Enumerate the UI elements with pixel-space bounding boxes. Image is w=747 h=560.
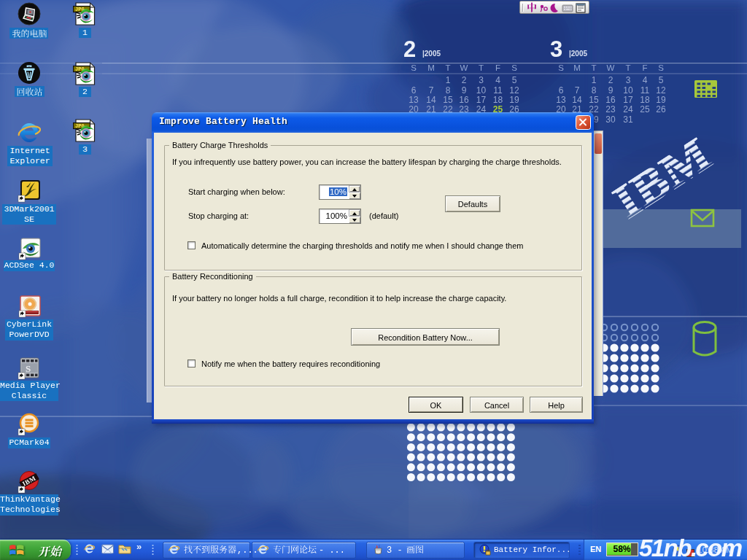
svg-text:F: F — [642, 63, 647, 72]
svg-text:24: 24 — [623, 104, 633, 114]
svg-text:S: S — [558, 63, 564, 72]
svg-text:5: 5 — [512, 75, 517, 85]
svg-text:31: 31 — [623, 114, 633, 125]
svg-text:19: 19 — [656, 95, 666, 105]
svg-text:17: 17 — [623, 95, 633, 105]
svg-text:15: 15 — [443, 95, 453, 105]
svg-text:M: M — [573, 63, 581, 72]
svg-text:M: M — [427, 63, 435, 72]
svg-text:3: 3 — [550, 36, 562, 62]
svg-text:6: 6 — [411, 85, 417, 96]
svg-text:13: 13 — [556, 95, 566, 105]
svg-text:17: 17 — [476, 95, 487, 105]
svg-text:W: W — [607, 63, 615, 72]
svg-text:T: T — [591, 63, 596, 72]
svg-text:1: 1 — [592, 75, 597, 85]
svg-text:7: 7 — [575, 85, 580, 96]
svg-text:30: 30 — [605, 114, 616, 125]
svg-text:14: 14 — [426, 95, 436, 105]
svg-text:|2005: |2005 — [569, 50, 587, 58]
svg-text:S: S — [411, 63, 417, 72]
svg-text:10: 10 — [623, 85, 633, 96]
svg-text:T: T — [479, 63, 484, 72]
svg-text:12: 12 — [656, 85, 666, 96]
svg-text:S: S — [26, 363, 31, 374]
svg-text:|2005: |2005 — [422, 50, 441, 58]
svg-text:2: 2 — [608, 75, 614, 85]
svg-text:S: S — [658, 63, 664, 72]
svg-text:12: 12 — [509, 85, 519, 96]
svg-text:4: 4 — [495, 75, 500, 85]
svg-text:16: 16 — [459, 95, 469, 105]
svg-text:13: 13 — [409, 95, 419, 105]
svg-text:25: 25 — [640, 104, 650, 114]
svg-text:9: 9 — [462, 85, 467, 96]
svg-text:8: 8 — [446, 85, 451, 96]
svg-text:8: 8 — [592, 85, 597, 96]
svg-text:F: F — [495, 63, 500, 72]
svg-text:2: 2 — [462, 75, 467, 85]
svg-text:5: 5 — [659, 75, 664, 85]
svg-text:19: 19 — [509, 95, 519, 105]
svg-text:18: 18 — [493, 95, 503, 105]
svg-text:W: W — [460, 63, 468, 72]
svg-text:10: 10 — [476, 85, 487, 96]
svg-text:1: 1 — [446, 75, 451, 85]
svg-text:7: 7 — [429, 85, 434, 96]
svg-text:16: 16 — [605, 95, 616, 105]
svg-text:23: 23 — [605, 104, 616, 114]
svg-text:15: 15 — [589, 95, 599, 105]
svg-text:3: 3 — [479, 75, 484, 85]
svg-text:11: 11 — [640, 85, 650, 96]
svg-text:3: 3 — [626, 75, 631, 85]
svg-text:26: 26 — [656, 104, 666, 114]
svg-text:T: T — [625, 63, 630, 72]
svg-text:9: 9 — [608, 85, 614, 96]
svg-text:6: 6 — [559, 85, 564, 96]
svg-text:T: T — [445, 63, 450, 72]
svg-text:11: 11 — [493, 85, 503, 96]
svg-text:S: S — [511, 63, 517, 72]
svg-text:18: 18 — [640, 95, 650, 105]
svg-text:2: 2 — [403, 36, 416, 62]
svg-text:4: 4 — [643, 75, 648, 85]
svg-text:14: 14 — [572, 95, 582, 105]
